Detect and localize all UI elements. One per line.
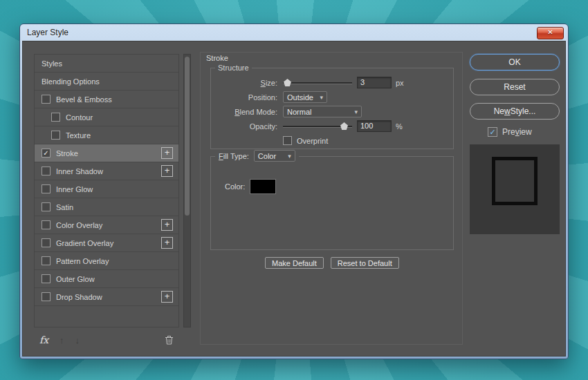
panel-title: Stroke [206, 54, 228, 62]
add-effect-button[interactable]: + [161, 147, 173, 159]
sidebar-item-label: Drop Shadow [56, 293, 102, 301]
layer-style-dialog: Layer Style ✕ StylesBlending OptionsBeve… [19, 23, 569, 359]
position-dropdown[interactable]: Outside ▾ [283, 91, 327, 103]
fill-group: Fill Type: Color ▾ Color: [210, 156, 454, 250]
overprint-checkbox[interactable] [283, 136, 292, 145]
arrow-down-icon: ↓ [75, 335, 80, 345]
sidebar-item-label: Outer Glow [56, 275, 95, 283]
sidebar-item-gradient-overlay[interactable]: Gradient Overlay+ [35, 234, 178, 252]
fx-menu-button[interactable]: fx [39, 334, 48, 345]
sidebar-item-label: Stroke [56, 149, 78, 158]
blend-mode-label: Blend Mode: [211, 108, 277, 116]
overprint-row: Overprint [211, 133, 453, 148]
sidebar-item-contour[interactable]: Contour [35, 108, 178, 126]
ok-button[interactable]: OK [470, 54, 560, 70]
sidebar-item-label: Styles [42, 59, 62, 68]
style-checkbox[interactable] [42, 238, 50, 247]
sidebar-item-blending-options[interactable]: Blending Options [35, 73, 178, 91]
style-checkbox[interactable] [42, 274, 50, 283]
sidebar-item-label: Color Overlay [56, 221, 102, 229]
add-effect-button[interactable]: + [161, 165, 173, 177]
blend-mode-row: Blend Mode: Normal ▾ [211, 104, 453, 119]
opacity-label: Opacity: [211, 122, 277, 131]
delete-effect-button[interactable] [165, 335, 174, 345]
add-effect-button[interactable]: + [161, 237, 173, 249]
size-slider[interactable] [283, 78, 352, 87]
add-effect-button[interactable]: + [161, 219, 173, 231]
close-button[interactable]: ✕ [537, 27, 564, 39]
preview-toggle[interactable]: ✓ Preview [488, 127, 532, 137]
preview-label: Preview [502, 127, 532, 137]
default-buttons: Make Default Reset to Default [265, 257, 399, 269]
sidebar-item-label: Bevel & Emboss [56, 95, 112, 104]
move-effect-up-button[interactable]: ↑ [59, 335, 64, 345]
dialog-content: StylesBlending OptionsBevel & EmbossCont… [22, 41, 566, 357]
sidebar-item-pattern-overlay[interactable]: Pattern Overlay [35, 252, 178, 270]
sidebar-item-satin[interactable]: Satin [35, 198, 178, 216]
chevron-down-icon: ▾ [320, 94, 323, 101]
sidebar-item-stroke[interactable]: ✓Stroke+ [35, 144, 178, 162]
make-default-button[interactable]: Make Default [265, 257, 324, 269]
fill-type-row: Fill Type: Color ▾ [215, 150, 299, 162]
style-checkbox[interactable] [42, 184, 50, 193]
styles-scrollbar[interactable] [183, 54, 191, 327]
color-row: Color: [225, 179, 276, 194]
opacity-input[interactable]: 100 [357, 120, 392, 132]
position-label: Position: [211, 93, 277, 102]
scrollbar-thumb[interactable] [185, 57, 190, 216]
structure-rows: Size: 3 px Position: Outside ▾ [211, 75, 453, 148]
style-checkbox[interactable] [42, 220, 50, 229]
move-effect-down-button[interactable]: ↓ [75, 335, 80, 345]
arrow-up-icon: ↑ [59, 335, 64, 345]
style-checkbox[interactable] [42, 95, 50, 104]
position-row: Position: Outside ▾ [211, 90, 453, 104]
stroke-preview-square [492, 157, 538, 205]
size-label: Size: [211, 79, 277, 87]
blend-mode-dropdown[interactable]: Normal ▾ [283, 106, 362, 117]
style-checkbox[interactable] [42, 202, 50, 211]
sidebar-item-texture[interactable]: Texture [35, 126, 178, 144]
style-checkbox[interactable] [51, 113, 60, 122]
trash-icon [165, 335, 174, 345]
sidebar-item-label: Pattern Overlay [56, 257, 109, 265]
sidebar-item-label: Satin [56, 203, 73, 211]
opacity-slider[interactable] [283, 122, 352, 131]
sidebar-item-label: Blending Options [42, 77, 100, 86]
reset-to-default-button[interactable]: Reset to Default [331, 257, 399, 269]
sidebar-item-inner-glow[interactable]: Inner Glow [35, 180, 178, 198]
style-checkbox[interactable]: ✓ [42, 149, 50, 158]
close-icon: ✕ [547, 28, 553, 36]
fill-type-value: Color [258, 152, 276, 160]
sidebar-item-bevel-emboss[interactable]: Bevel & Emboss [35, 91, 178, 108]
reset-button[interactable]: Reset [470, 79, 560, 95]
sidebar-item-inner-shadow[interactable]: Inner Shadow+ [35, 162, 178, 180]
sidebar-item-outer-glow[interactable]: Outer Glow [35, 270, 178, 288]
sidebar-item-drop-shadow[interactable]: Drop Shadow+ [35, 288, 178, 306]
color-label: Color: [225, 182, 245, 191]
style-checkbox[interactable] [42, 292, 50, 301]
style-list: StylesBlending OptionsBevel & EmbossCont… [34, 54, 179, 327]
add-effect-button[interactable]: + [161, 291, 173, 303]
color-swatch[interactable] [250, 179, 276, 194]
overprint-label: Overprint [297, 137, 328, 145]
stroke-panel: Stroke Structure Size: 3 px Position [200, 52, 463, 345]
preview-thumbnail [470, 144, 560, 234]
size-slider-thumb[interactable] [284, 79, 291, 86]
size-input[interactable]: 3 [357, 77, 392, 88]
effects-footer: fx ↑ ↓ [34, 332, 179, 348]
fill-type-dropdown[interactable]: Color ▾ [254, 150, 295, 162]
style-checkbox[interactable] [51, 131, 60, 140]
blend-mode-value: Normal [287, 108, 311, 116]
style-checkbox[interactable] [42, 256, 50, 265]
sidebar-item-label: Texture [66, 131, 91, 140]
sidebar-item-label: Inner Glow [56, 185, 93, 193]
opacity-slider-thumb[interactable] [340, 122, 348, 130]
preview-checkbox[interactable]: ✓ [488, 127, 497, 137]
opacity-row: Opacity: 100 % [211, 119, 453, 133]
new-style-button[interactable]: New Style... [470, 103, 560, 120]
style-checkbox[interactable] [42, 167, 50, 175]
sidebar-item-color-overlay[interactable]: Color Overlay+ [35, 216, 178, 234]
sidebar-item-styles[interactable]: Styles [35, 55, 178, 73]
chevron-down-icon: ▾ [288, 153, 291, 160]
title-bar[interactable]: Layer Style ✕ [20, 24, 568, 41]
